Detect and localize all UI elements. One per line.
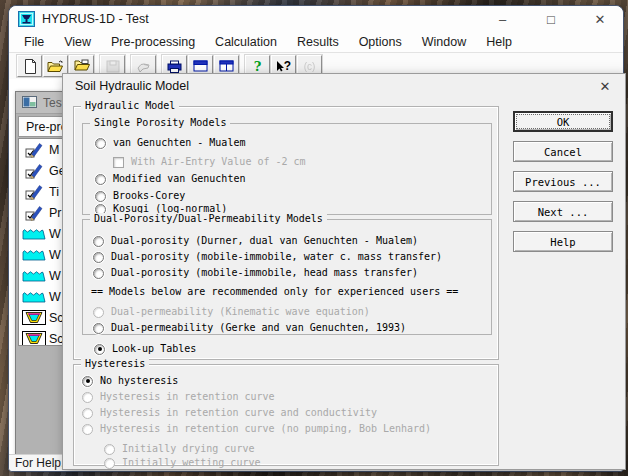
edit-pencil-icon <box>19 183 49 200</box>
radio-dual-porosity-water-transfer[interactable]: Dual-porosity (mobile-immobile, water c.… <box>93 251 442 263</box>
dialog-title-bar[interactable]: Soil Hydraulic Model ✕ <box>63 74 625 98</box>
radio-icon <box>104 444 115 455</box>
menu-help[interactable]: Help <box>476 33 522 51</box>
dialog-close-icon[interactable]: ✕ <box>595 77 615 95</box>
hydrus-cup-icon <box>18 11 35 27</box>
previous-button[interactable]: Previous ... <box>513 171 613 192</box>
checkbox-icon <box>113 157 124 168</box>
maximize-button[interactable]: □ <box>544 12 558 27</box>
radio-icon <box>82 424 93 435</box>
menu-pre-processing[interactable]: Pre-processing <box>101 33 205 51</box>
new-document-icon[interactable] <box>17 55 42 77</box>
radio-modified-van-genuchten[interactable]: Modified van Genuchten <box>95 173 245 185</box>
ok-button[interactable]: OK <box>513 111 613 132</box>
radio-icon <box>93 268 104 279</box>
minimize-button[interactable]: – <box>495 12 509 27</box>
edit-pencil-icon <box>19 204 49 221</box>
edit-pencil-icon <box>19 162 49 179</box>
soil-hydraulic-model-dialog: Soil Hydraulic Model ✕ Hydraulic Model S… <box>62 73 626 470</box>
radio-hysteresis-no-pumping: Hysteresis in retention curve (no pumpin… <box>82 423 431 435</box>
title-bar[interactable]: HYDRUS-1D - Test – □ ✕ <box>9 6 623 32</box>
group-label: Hysteresis <box>81 358 149 369</box>
hysteresis-group: Hysteresis No hysteresis Hysteresis in r… <box>73 364 499 466</box>
soil-profile-icon <box>19 331 49 346</box>
window-title: HYDRUS-1D - Test <box>42 12 149 26</box>
window-controls: – □ ✕ <box>495 6 607 32</box>
group-label: Dual-Porosity/Dual-Permeability Models <box>90 213 327 224</box>
radio-dual-porosity-durner[interactable]: Dual-porosity (Durner, dual van Genuchte… <box>93 235 418 247</box>
experienced-users-note: == Models below are recommended only for… <box>91 286 458 297</box>
document-window-icon <box>22 94 37 112</box>
menu-results[interactable]: Results <box>287 33 349 51</box>
checkbox-air-entry-value: With Air-Entry Value of -2 cm <box>113 156 306 168</box>
dialog-title: Soil Hydraulic Model <box>75 79 189 93</box>
radio-icon <box>93 236 104 247</box>
radio-icon <box>104 458 115 469</box>
single-porosity-group: Single Porosity Models van Genuchten - M… <box>82 123 492 215</box>
menu-options[interactable]: Options <box>349 33 412 51</box>
water-flow-icon <box>19 270 49 282</box>
help-button[interactable]: Help <box>513 231 613 252</box>
radio-initially-wetting: Initially wetting curve <box>104 457 260 469</box>
radio-icon <box>82 408 93 419</box>
group-label: Single Porosity Models <box>90 117 230 128</box>
group-label: Hydraulic Model <box>81 100 179 111</box>
menu-calculation[interactable]: Calculation <box>205 33 287 51</box>
next-button[interactable]: Next ... <box>513 201 613 222</box>
water-flow-icon <box>19 228 49 240</box>
soil-profile-icon <box>19 310 49 325</box>
radio-icon <box>95 138 106 149</box>
menu-window[interactable]: Window <box>412 33 476 51</box>
radio-icon <box>94 344 105 355</box>
radio-icon <box>93 252 104 263</box>
radio-hysteresis-retention: Hysteresis in retention curve <box>82 391 275 403</box>
water-flow-icon <box>19 291 49 303</box>
radio-brooks-corey[interactable]: Brooks-Corey <box>95 190 185 202</box>
radio-dual-permeability-gerke[interactable]: Dual-permeability (Gerke and van Genucht… <box>93 322 406 334</box>
radio-icon <box>93 323 104 334</box>
hydraulic-model-group: Hydraulic Model Single Porosity Models v… <box>73 106 499 360</box>
radio-van-genuchten-mualem[interactable]: van Genuchten - Mualem <box>95 137 245 149</box>
edit-pencil-icon <box>19 141 49 158</box>
radio-icon <box>82 376 93 387</box>
radio-icon <box>95 191 106 202</box>
dual-porosity-group: Dual-Porosity/Dual-Permeability Models D… <box>82 219 492 335</box>
radio-icon <box>93 307 104 318</box>
radio-dual-porosity-head-transfer[interactable]: Dual-porosity (mobile-immobile, head mas… <box>93 267 418 279</box>
radio-initially-drying: Initially drying curve <box>104 443 254 455</box>
desktop: HYDRUS-1D - Test – □ ✕ File View Pre-pro… <box>0 0 628 476</box>
menu-bar: File View Pre-processing Calculation Res… <box>9 32 623 53</box>
radio-icon <box>82 392 93 403</box>
radio-dual-permeability-kinematic: Dual-permeability (Kinematic wave equati… <box>93 306 370 318</box>
menu-file[interactable]: File <box>14 33 54 51</box>
radio-hysteresis-retention-conductivity: Hysteresis in retention curve and conduc… <box>82 407 377 419</box>
menu-view[interactable]: View <box>54 33 101 51</box>
cancel-button[interactable]: Cancel <box>513 141 613 162</box>
radio-lookup-tables[interactable]: Look-up Tables <box>94 343 196 355</box>
radio-no-hysteresis[interactable]: No hysteresis <box>82 375 178 387</box>
radio-icon <box>95 174 106 185</box>
water-flow-icon <box>19 249 49 261</box>
close-button[interactable]: ✕ <box>593 12 607 27</box>
